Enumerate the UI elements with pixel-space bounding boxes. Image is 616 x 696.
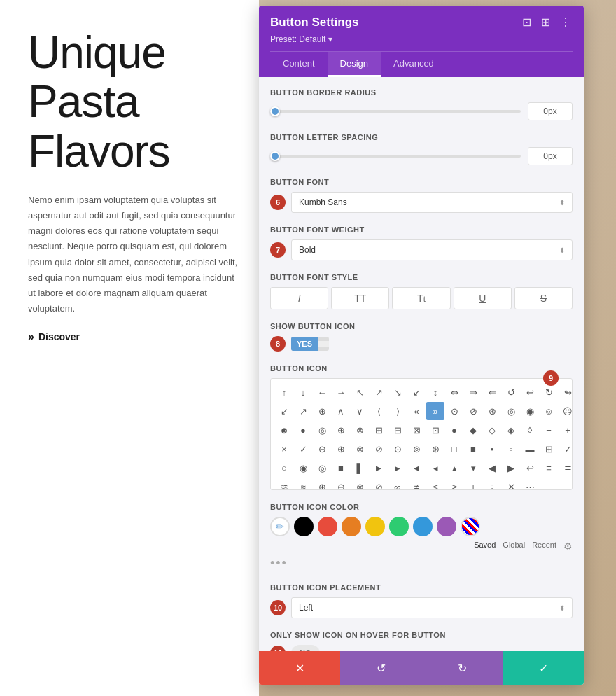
icon-cell[interactable]: ≠ [407,478,426,490]
icon-cell[interactable]: ⇒ [464,383,482,401]
show-icon-toggle[interactable]: YES [291,337,329,351]
icon-cell[interactable]: ↩ [521,383,539,401]
icon-cell[interactable]: ⟩ [388,402,407,420]
color-orange[interactable] [342,517,361,536]
icon-cell[interactable]: ⊖ [313,440,331,458]
border-radius-slider-track[interactable] [270,110,521,113]
icon-cell[interactable]: ◉ [521,402,539,420]
icon-cell[interactable]: ◊ [521,421,539,439]
icon-cell[interactable]: ∞ [388,478,407,490]
icon-cell[interactable]: ◂ [426,459,444,477]
icon-cell[interactable]: ↗ [294,402,312,420]
letter-spacing-slider-thumb[interactable] [270,151,280,161]
icon-cell[interactable]: ☺ [540,402,558,420]
icon-cell[interactable]: ≣ [559,459,573,477]
capitalize-btn[interactable]: Tt [392,287,450,309]
icon-cell[interactable]: ✓ [294,440,312,458]
icon-cell[interactable]: ≡ [540,459,558,477]
icon-cell[interactable]: ⊕ [332,421,350,439]
italic-btn[interactable]: I [270,287,328,309]
color-gear-icon[interactable]: ⚙ [564,541,573,552]
tab-design[interactable]: Design [328,52,381,77]
uppercase-btn[interactable]: TT [331,287,389,309]
icon-cell[interactable]: ⊗ [351,421,369,439]
font-select[interactable]: Kumbh Sans [291,192,573,213]
confirm-button[interactable]: ✓ [503,651,584,685]
icon-cell[interactable]: ▬ [521,440,539,458]
tab-content[interactable]: Content [270,52,328,77]
icon-cell[interactable]: − [540,421,558,439]
icon-cell[interactable]: ⊛ [483,402,501,420]
icon-cell[interactable]: ▴ [445,459,463,477]
icon-cell[interactable]: ⊙ [388,440,407,458]
icon-cell[interactable]: ↻ [540,383,558,401]
icon-cell[interactable]: ↑ [275,383,293,401]
icon-cell[interactable]: □ [445,440,463,458]
icon-cell[interactable]: ↗ [370,383,388,401]
icon-cell[interactable]: ▸ [388,459,407,477]
border-radius-slider-thumb[interactable] [270,106,280,116]
icon-cell[interactable]: ◈ [502,421,520,439]
undo-button[interactable]: ↺ [340,651,421,685]
color-red[interactable] [318,517,337,536]
color-green[interactable] [389,517,409,536]
icon-cell[interactable]: ⊠ [407,421,426,439]
letter-spacing-input[interactable] [528,147,573,165]
icon-placement-select[interactable]: Left [291,597,573,618]
icon-cell[interactable]: ⊞ [370,421,388,439]
icon-cell[interactable]: ▪ [483,440,501,458]
icon-cell[interactable]: ↙ [275,402,293,420]
icon-cell[interactable]: ✕ [502,478,520,490]
icon-cell[interactable]: ⊘ [464,402,482,420]
discover-link[interactable]: Discover [28,330,238,343]
icon-cell[interactable]: ✓ [559,440,573,458]
hover-only-toggle[interactable]: NO [291,645,320,651]
icon-cell[interactable]: ← [313,383,331,401]
icon-cell[interactable]: ◎ [313,421,331,439]
cancel-button[interactable]: ✕ [259,651,340,685]
color-more-dots[interactable]: ••• [270,556,288,571]
icon-cell[interactable]: ⊖ [332,478,350,490]
settings-icon[interactable]: ⊡ [521,14,533,30]
icon-cell[interactable]: ⊗ [351,478,369,490]
icon-cell[interactable]: ◀ [483,459,501,477]
color-black[interactable] [294,517,314,536]
icon-cell[interactable]: ⊡ [426,421,444,439]
icon-cell[interactable]: ⊛ [426,440,444,458]
icon-cell[interactable]: ⊟ [388,421,407,439]
icon-cell[interactable]: ↘ [388,383,407,401]
global-label[interactable]: Global [503,541,525,552]
icon-cell[interactable]: + [559,421,573,439]
icon-cell[interactable]: ○ [275,459,293,477]
icon-cell[interactable]: ▫ [502,440,520,458]
icon-cell[interactable]: ⊘ [370,440,388,458]
color-purple[interactable] [437,517,456,536]
icon-cell[interactable]: ☻ [275,421,293,439]
icon-cell[interactable]: ≥ [445,478,463,490]
letter-spacing-slider-track[interactable] [270,155,521,158]
color-yellow[interactable] [365,517,385,536]
icon-cell[interactable]: ► [370,459,388,477]
preset-selector[interactable]: Preset: Default [270,34,573,44]
icon-cell[interactable]: ◉ [294,459,312,477]
icon-cell[interactable]: ⟨ [370,402,388,420]
icon-cell[interactable]: ↙ [407,383,426,401]
underline-btn[interactable]: U [454,287,512,309]
icon-cell[interactable]: ▾ [464,459,482,477]
icon-cell[interactable]: ↩ [521,459,539,477]
icon-cell[interactable]: ≤ [426,478,444,490]
icon-cell[interactable]: ⊕ [332,440,350,458]
icon-cell[interactable]: ☹ [559,402,573,420]
recent-label[interactable]: Recent [532,541,556,552]
icon-cell[interactable]: ▌ [351,459,369,477]
icon-cell[interactable]: ↖ [351,383,369,401]
icon-cell[interactable]: ◎ [502,402,520,420]
icon-cell[interactable]: ∧ [332,402,350,420]
border-radius-input[interactable] [528,102,573,120]
icon-cell[interactable]: ⊘ [370,478,388,490]
icon-cell[interactable]: ⇔ [445,383,463,401]
icon-cell[interactable]: ≈ [294,478,312,490]
icon-cell[interactable]: ⊕ [313,402,331,420]
icon-cell[interactable]: ⊚ [407,440,426,458]
icon-cell[interactable]: ◎ [313,459,331,477]
